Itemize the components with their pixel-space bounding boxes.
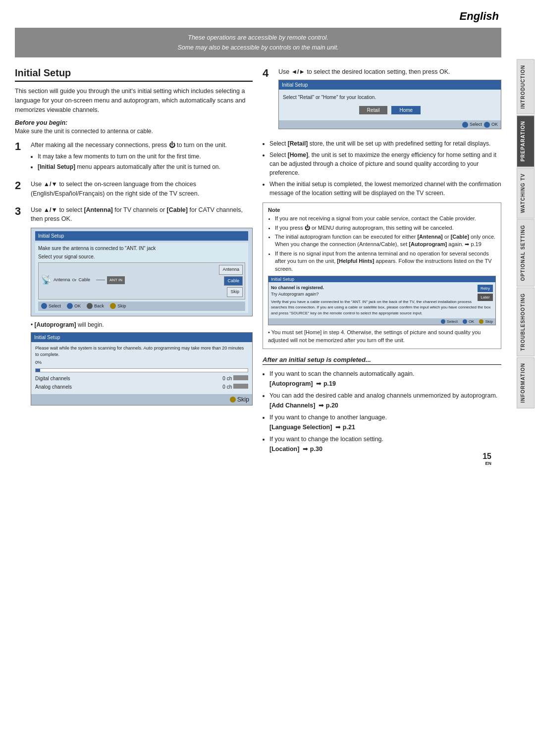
step-2-number: 2 bbox=[15, 180, 27, 192]
location-screen-title: Initial Setup bbox=[279, 80, 501, 90]
note-item-1: If you are not receiving a signal from y… bbox=[275, 215, 496, 222]
step-1-bullet-1: It may take a few moments to turn on the… bbox=[38, 152, 253, 161]
ok-btn: OK bbox=[67, 303, 81, 310]
page-number: 15 EN bbox=[482, 452, 491, 466]
skip-btn: Skip bbox=[110, 303, 126, 310]
before-begin-text: Make sure the unit is connected to anten… bbox=[15, 128, 253, 135]
after-setup-item-3: If you want to change to another languag… bbox=[269, 412, 501, 432]
retry-select-icon bbox=[441, 319, 445, 324]
progress-fill bbox=[36, 369, 40, 372]
notice-box: These operations are accessible by remot… bbox=[15, 28, 501, 57]
after-setup-list: If you want to scan the channels automat… bbox=[263, 369, 501, 454]
analog-channels-count: 0 ch bbox=[222, 383, 248, 391]
note-item-2: If you press ⏻ or MENU during autoprogra… bbox=[275, 224, 496, 232]
bullet-home: Select [Home], the unit is set to maximi… bbox=[269, 151, 501, 177]
back-btn: Back bbox=[87, 303, 104, 310]
skip-icon bbox=[110, 303, 116, 309]
before-begin-label: Before you begin: bbox=[15, 119, 253, 126]
autoprogram-screen-title: Initial Setup bbox=[31, 333, 252, 342]
location-ok-btn: OK bbox=[484, 121, 498, 128]
sidebar-item-preparation[interactable]: PREPARATION bbox=[517, 115, 535, 167]
step-3-number: 3 bbox=[15, 205, 27, 217]
digital-channels-row: Digital channels 0 ch bbox=[35, 374, 248, 383]
digital-channels-label: Digital channels bbox=[35, 375, 70, 382]
location-bottom-row: Select OK bbox=[279, 120, 501, 129]
two-column-layout: Initial Setup This section will guide yo… bbox=[15, 67, 501, 456]
sidebar-tabs: INTRODUCTION PREPARATION WATCHING TV OPT… bbox=[516, 0, 535, 756]
antenna-screen: Initial Setup Make sure the antenna is c… bbox=[31, 228, 253, 316]
no-channel-text: No channel is registered. bbox=[271, 285, 493, 291]
step-1-bullet-2: [Initial Setup] menu appears automatical… bbox=[38, 162, 253, 171]
skip-icon-2 bbox=[230, 397, 236, 403]
sidebar-item-troubleshooting[interactable]: TROUBLESHOOTING bbox=[517, 288, 535, 356]
location-screen: Initial Setup Select "Retail" or "Home" … bbox=[278, 80, 501, 130]
antenna-screen-body: Make sure the antenna is connected to "A… bbox=[35, 243, 248, 313]
note-title: Note bbox=[268, 207, 496, 213]
home-button[interactable]: Home bbox=[391, 106, 421, 114]
step-3: 3 Use ▲/▼ to select [Antenna] for TV cha… bbox=[15, 205, 253, 409]
ok-icon bbox=[67, 303, 73, 309]
note-list: If you are not receiving a signal from y… bbox=[268, 215, 496, 273]
retry-screen: Initial Setup Retry Later No channel is … bbox=[268, 276, 496, 325]
location-select-icon bbox=[462, 122, 468, 128]
retry-bottom-row: Select OK Skip bbox=[268, 318, 495, 325]
skip-option: Skip bbox=[227, 287, 243, 297]
step-1-number: 1 bbox=[15, 141, 27, 152]
autoprogram-skip-row: Skip bbox=[31, 394, 252, 405]
select-btn: Select bbox=[41, 303, 61, 310]
after-setup-item-1: If you want to scan the channels automat… bbox=[269, 369, 501, 389]
retry-ok-btn: OK bbox=[463, 319, 475, 324]
notice-line2: Some may also be accessible by controls … bbox=[25, 43, 491, 52]
notice-line1: These operations are accessible by remot… bbox=[25, 33, 491, 43]
note-box: Note If you are not receiving a signal f… bbox=[263, 202, 501, 349]
step-2: 2 Use ▲/▼ to select the on-screen langua… bbox=[15, 180, 253, 199]
retry-button[interactable]: Retry bbox=[478, 285, 493, 292]
location-text: Select "Retail" or "Home" for your locat… bbox=[283, 94, 497, 101]
after-setup-section: After an initial setup is completed... I… bbox=[263, 356, 501, 454]
try-autoprogram-text: Try Autoprogram again? bbox=[271, 291, 493, 298]
step-4-number: 4 bbox=[263, 67, 274, 79]
after-setup-title: After an initial setup is completed... bbox=[263, 356, 501, 365]
antenna-screen-text2: Select your signal source. bbox=[38, 253, 245, 260]
cable-option: Cable bbox=[224, 276, 243, 286]
location-bullets: Select [Retail] store, the unit will be … bbox=[263, 139, 501, 198]
language-label: English bbox=[15, 10, 501, 23]
left-column: Initial Setup This section will guide yo… bbox=[15, 67, 253, 456]
analog-channels-label: Analog channels bbox=[35, 383, 72, 391]
autoprog-skip-btn[interactable]: Skip bbox=[230, 395, 249, 404]
step-1-content: After making all the necessary connectio… bbox=[31, 141, 253, 173]
sidebar-item-watching-tv[interactable]: WATCHING TV bbox=[517, 168, 535, 218]
bullet-completed: When the initial setup is completed, the… bbox=[269, 180, 501, 198]
bullet-retail: Select [Retail] store, the unit will be … bbox=[269, 139, 501, 148]
step-3-content: Use ▲/▼ to select [Antenna] for TV chann… bbox=[31, 205, 253, 409]
page-title: Initial Setup bbox=[15, 67, 253, 82]
autoprogram-screen: Initial Setup Please wait while the syst… bbox=[31, 332, 253, 405]
sidebar-item-introduction[interactable]: INTRODUCTION bbox=[517, 59, 535, 114]
after-setup-item-4: If you want to change the location setti… bbox=[269, 434, 501, 454]
analog-channels-row: Analog channels 0 ch bbox=[35, 383, 248, 391]
sidebar-item-optional-setting[interactable]: OPTIONAL SETTING bbox=[517, 219, 535, 287]
retry-select-btn: Select bbox=[441, 319, 458, 324]
retry-screen-title: Initial Setup bbox=[268, 276, 495, 282]
location-screen-body: Select "Retail" or "Home" for your locat… bbox=[279, 90, 501, 120]
warning-text: • You must set [Home] in step 4. Otherwi… bbox=[268, 328, 496, 345]
step-4: 4 Use ◄/► to select the desired location… bbox=[263, 67, 501, 132]
later-button[interactable]: Later bbox=[478, 294, 493, 301]
antenna-screen-buttons: Select OK Back bbox=[38, 302, 245, 311]
location-ok-icon bbox=[484, 122, 490, 128]
right-column: 4 Use ◄/► to select the desired location… bbox=[263, 67, 501, 456]
retry-skip-icon bbox=[479, 319, 483, 324]
step-4-content: Use ◄/► to select the desired location s… bbox=[278, 67, 501, 132]
autoprogram-text: Please wait while the system is scanning… bbox=[35, 345, 248, 357]
progress-bar bbox=[35, 368, 248, 372]
select-icon bbox=[41, 303, 47, 309]
digital-channels-count: 0 ch bbox=[222, 375, 248, 382]
sidebar-item-information[interactable]: INFORMATION bbox=[517, 357, 535, 408]
retry-screen-body: Retry Later No channel is registered. Tr… bbox=[268, 282, 495, 318]
retry-right-buttons: Retry Later bbox=[478, 285, 493, 301]
retail-button[interactable]: Retail bbox=[359, 106, 388, 114]
progress-label: 0% bbox=[35, 359, 248, 366]
antenna-screen-text1: Make sure the antenna is connected to "A… bbox=[38, 245, 245, 252]
retry-skip-btn: Skip bbox=[479, 319, 493, 324]
note-item-4: If there is no signal input from the ant… bbox=[275, 250, 496, 273]
